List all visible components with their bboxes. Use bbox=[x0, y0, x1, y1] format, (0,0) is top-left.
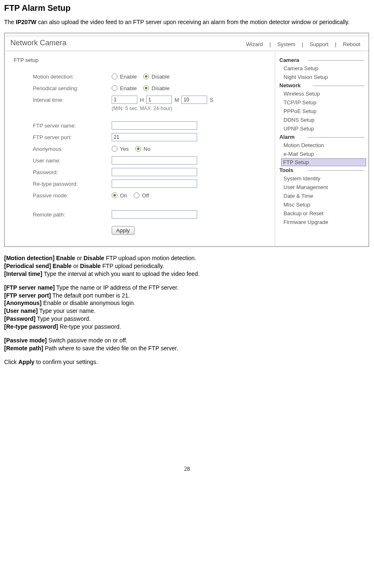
label-passive: Passive mode: bbox=[14, 192, 112, 199]
radio-periodical-disable[interactable] bbox=[143, 85, 149, 91]
label-server-port: FTP server port: bbox=[14, 134, 112, 140]
sidebar-item-identity[interactable]: System Identity bbox=[275, 174, 369, 183]
unit-m: M bbox=[174, 97, 179, 103]
input-server-name[interactable] bbox=[112, 121, 197, 130]
radio-periodical-enable[interactable] bbox=[112, 85, 117, 91]
radio-motion-enable[interactable] bbox=[112, 74, 117, 79]
brand-title: Network Camera bbox=[10, 39, 66, 47]
separator: | bbox=[267, 41, 273, 47]
sidebar-item-ftp[interactable]: FTP Setup bbox=[281, 158, 366, 166]
desc-label: [Motion detection] Enable bbox=[4, 255, 75, 261]
desc-text: Switch passive mode on or off. bbox=[47, 337, 127, 344]
label-password: Password: bbox=[14, 169, 112, 175]
input-interval-h[interactable] bbox=[112, 96, 137, 104]
radio-label: No bbox=[144, 146, 151, 152]
sidebar-item-ddns[interactable]: DDNS Setup bbox=[275, 116, 369, 124]
sidebar-item-motion[interactable]: Motion Detection bbox=[275, 141, 369, 150]
sidebar-item-wireless[interactable]: Wireless Setup bbox=[275, 89, 369, 98]
desc-text: The default port number is 21. bbox=[51, 292, 130, 299]
label-server-name: FTP server name: bbox=[14, 123, 112, 129]
desc-label: [User name] bbox=[4, 308, 38, 314]
radio-label: Disable bbox=[152, 85, 169, 91]
label-remote: Remote path: bbox=[14, 212, 112, 218]
radio-anon-yes[interactable] bbox=[112, 146, 117, 152]
intro-text: can also upload the video feed to an FTP… bbox=[37, 19, 350, 25]
sidebar-item-datetime[interactable]: Date & Time bbox=[275, 192, 369, 200]
input-server-port[interactable] bbox=[112, 133, 197, 141]
topbar: Network Camera Wizard | System | Support… bbox=[5, 36, 369, 51]
link-wizard[interactable]: Wizard bbox=[244, 41, 265, 47]
input-remote[interactable] bbox=[112, 210, 197, 219]
label-user: User name: bbox=[14, 157, 112, 164]
input-repassword[interactable] bbox=[112, 180, 197, 188]
sidebar-group-alarm: Alarm bbox=[275, 133, 369, 141]
radio-label: Enable bbox=[120, 85, 137, 91]
desc-label: [FTP server port] bbox=[4, 292, 51, 299]
radio-motion-disable[interactable] bbox=[143, 74, 149, 79]
label-periodical: Periodical sending: bbox=[14, 85, 112, 91]
desc-label: [Periodical send] Enable bbox=[4, 263, 72, 269]
label-anonymous: Anonymous: bbox=[14, 146, 112, 152]
sidebar-item-upnp[interactable]: UPNP Setup bbox=[275, 124, 369, 133]
desc-label: [Re-type password] bbox=[4, 323, 58, 330]
desc-text: Type the name or IP address of the FTP s… bbox=[55, 284, 178, 291]
input-interval-m[interactable] bbox=[146, 96, 172, 104]
sidebar-item-night-vision[interactable]: Night Vision Setup bbox=[275, 73, 369, 81]
sidebar-item-misc[interactable]: Misc Setup bbox=[275, 200, 369, 209]
link-system[interactable]: System bbox=[275, 41, 298, 47]
desc-label: [Passive mode] bbox=[4, 337, 47, 344]
link-support[interactable]: Support bbox=[307, 41, 331, 47]
input-interval-s[interactable] bbox=[181, 96, 207, 104]
sidebar-item-usermgmt[interactable]: User Management bbox=[275, 183, 369, 192]
radio-label: On bbox=[120, 192, 127, 199]
desc-label: [Interval time] bbox=[4, 271, 42, 277]
label-motion: Motion detection: bbox=[14, 74, 112, 80]
radio-label: Disable bbox=[152, 74, 169, 80]
desc-label: [Remote path] bbox=[4, 345, 43, 352]
intro-text: The bbox=[4, 19, 16, 25]
desc-text: Click bbox=[4, 359, 18, 365]
radio-passive-off[interactable] bbox=[134, 192, 139, 198]
desc-label: Disable bbox=[80, 263, 101, 269]
apply-button[interactable]: Apply bbox=[112, 226, 134, 235]
top-links: Wizard | System | Support | Reboot bbox=[244, 41, 363, 47]
sidebar-item-camera-setup[interactable]: Camera Setup bbox=[275, 64, 369, 73]
desc-text: FTP upload periodically. bbox=[101, 263, 164, 269]
desc-label: [Anonymous] bbox=[4, 300, 42, 306]
desc-text: to confirm your settings. bbox=[34, 359, 98, 365]
input-user[interactable] bbox=[112, 156, 197, 165]
radio-anon-no[interactable] bbox=[135, 146, 141, 152]
desc-text: Type your password. bbox=[35, 315, 90, 322]
desc-text: Type your user name. bbox=[38, 308, 95, 314]
sidebar: Camera Camera Setup Night Vision Setup N… bbox=[275, 51, 369, 246]
separator: | bbox=[299, 41, 306, 47]
radio-label: Off bbox=[142, 192, 149, 199]
sidebar-item-backup[interactable]: Backup or Reset bbox=[275, 209, 369, 218]
desc-text: Re-type your password. bbox=[58, 323, 121, 330]
sidebar-item-firmware[interactable]: Firmware Upgrade bbox=[275, 218, 369, 226]
radio-passive-on[interactable] bbox=[112, 192, 117, 198]
unit-h: H bbox=[140, 97, 144, 103]
sidebar-group-network: Network bbox=[275, 81, 369, 89]
section-title: FTP setup bbox=[14, 57, 271, 63]
desc-label: Apply bbox=[18, 359, 34, 365]
link-reboot[interactable]: Reboot bbox=[340, 41, 363, 47]
sidebar-item-email[interactable]: e-Mail Setup bbox=[275, 150, 369, 158]
unit-s: S bbox=[210, 97, 213, 103]
main-panel: FTP setup Motion detection: Enable Disab… bbox=[5, 51, 275, 246]
radio-label: Yes bbox=[120, 146, 129, 152]
separator: | bbox=[332, 41, 339, 47]
sidebar-group-tools: Tools bbox=[275, 166, 369, 174]
description-block: [Motion detection] Enable or Disable FTP… bbox=[4, 254, 370, 366]
desc-text: Enable or disable anonymous login. bbox=[42, 300, 135, 306]
sidebar-item-pppoe[interactable]: PPPoE Setup bbox=[275, 107, 369, 116]
sidebar-item-tcpip[interactable]: TCP/IP Setup bbox=[275, 98, 369, 107]
desc-label: Disable bbox=[83, 255, 104, 261]
radio-label: Enable bbox=[120, 74, 137, 80]
input-password[interactable] bbox=[112, 168, 197, 176]
interval-hint: (MIN: 5 sec. MAX: 24-hour) bbox=[14, 106, 271, 111]
desc-text: Path where to save the video file on the… bbox=[43, 345, 178, 352]
intro-paragraph: The IP207W can also upload the video fee… bbox=[4, 19, 370, 25]
desc-label: [FTP server name] bbox=[4, 284, 55, 291]
sidebar-group-camera: Camera bbox=[275, 56, 369, 64]
